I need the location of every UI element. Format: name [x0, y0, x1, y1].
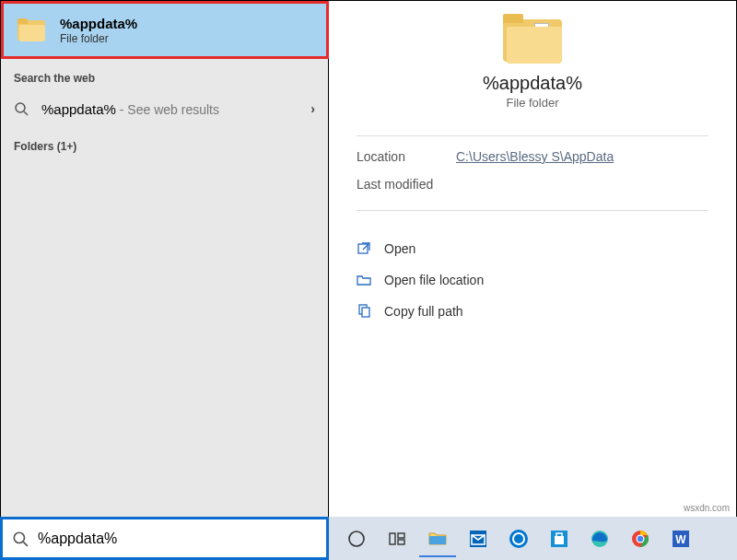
search-input[interactable] [38, 531, 317, 547]
svg-line-1 [24, 111, 28, 115]
preview-pane: %appdata% File folder Location C:\Users\… [329, 0, 737, 517]
store-icon[interactable] [541, 520, 578, 557]
copy-path-action[interactable]: Copy full path [329, 296, 736, 327]
svg-point-5 [14, 532, 24, 542]
svg-line-6 [23, 542, 28, 546]
best-match-result[interactable]: %appdata% File folder [1, 1, 329, 59]
svg-rect-4 [362, 308, 369, 317]
svg-rect-2 [358, 244, 368, 253]
open-icon [357, 241, 371, 256]
chrome-icon[interactable] [622, 520, 659, 557]
svg-point-0 [16, 103, 25, 112]
folder-icon [18, 18, 45, 42]
svg-rect-10 [398, 540, 404, 544]
divider [357, 210, 708, 211]
last-modified-label: Last modified [357, 177, 456, 192]
location-link[interactable]: C:\Users\Blessy S\AppData [456, 149, 614, 164]
search-web-header: Search the web [1, 59, 328, 90]
preview-title: %appdata% [329, 73, 736, 94]
svg-point-22 [638, 535, 643, 541]
preview-subtitle: File folder [329, 96, 736, 110]
edge-icon[interactable] [581, 520, 618, 557]
open-action[interactable]: Open [329, 233, 736, 264]
copy-icon [357, 304, 371, 319]
watermark: wsxdn.com [682, 502, 731, 514]
svg-point-16 [514, 534, 523, 543]
search-bar[interactable] [0, 517, 329, 560]
taskbar: W [329, 517, 737, 560]
web-result[interactable]: %appdata% - See web results › [1, 90, 328, 127]
web-result-query: %appdata% [41, 101, 116, 117]
word-icon[interactable]: W [662, 520, 699, 557]
file-explorer-icon[interactable] [419, 520, 456, 557]
svg-rect-18 [555, 536, 564, 544]
svg-rect-11 [429, 536, 446, 544]
search-icon [12, 531, 29, 547]
task-view-icon[interactable] [379, 520, 415, 557]
open-file-location-label: Open file location [384, 273, 484, 287]
mail-icon[interactable] [460, 520, 497, 557]
copy-path-label: Copy full path [384, 304, 463, 319]
location-label: Location [357, 149, 456, 164]
search-icon [14, 101, 29, 116]
dell-icon[interactable] [500, 520, 537, 557]
cortana-icon[interactable] [338, 520, 375, 557]
svg-point-7 [349, 531, 364, 546]
search-results-pane: %appdata% File folder Search the web %ap… [0, 0, 329, 517]
svg-rect-9 [398, 533, 404, 538]
best-match-subtitle: File folder [60, 32, 137, 45]
folder-icon [503, 14, 562, 64]
web-result-suffix: - See web results [116, 102, 219, 117]
open-label: Open [384, 241, 415, 256]
open-file-location-action[interactable]: Open file location [329, 264, 736, 296]
folder-open-icon [357, 273, 371, 287]
svg-rect-8 [390, 533, 395, 544]
folders-header: Folders (1+) [1, 127, 328, 158]
chevron-right-icon: › [310, 101, 315, 116]
svg-text:W: W [675, 533, 686, 546]
best-match-title: %appdata% [60, 16, 137, 31]
